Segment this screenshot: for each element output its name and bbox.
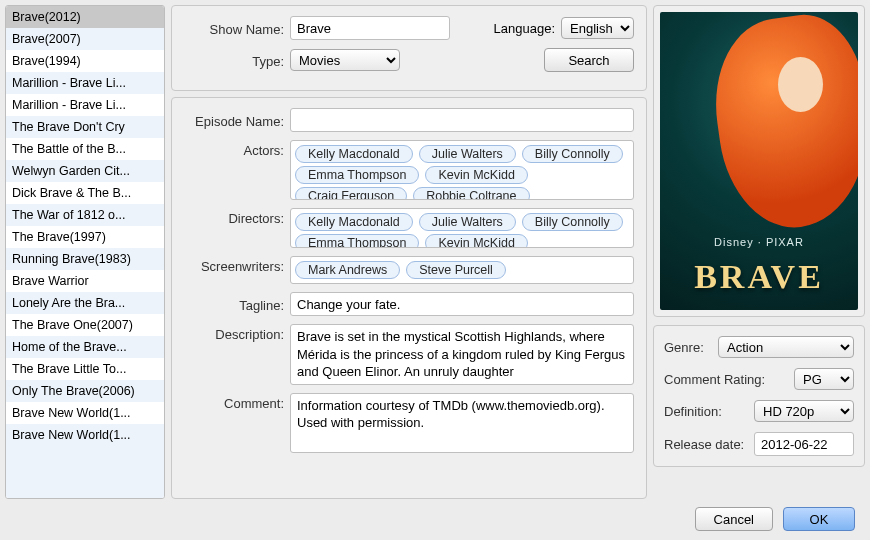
actors-label: Actors: xyxy=(184,140,284,158)
type-label: Type: xyxy=(184,51,284,69)
search-panel: Show Name: Language: English Type: Movie… xyxy=(171,5,647,91)
show-name-input[interactable] xyxy=(290,16,450,40)
meta-panel: Genre: Action Comment Rating: PG Definit… xyxy=(653,325,865,467)
list-item[interactable]: The Brave Don't Cry xyxy=(6,116,164,138)
language-label: Language: xyxy=(494,21,555,36)
actors-box[interactable]: Kelly MacdonaldJulie WaltersBilly Connol… xyxy=(290,140,634,200)
directors-label: Directors: xyxy=(184,208,284,226)
list-item[interactable]: Brave(2012) xyxy=(6,6,164,28)
person-tag[interactable]: Emma Thompson xyxy=(295,234,419,248)
tagline-input[interactable] xyxy=(290,292,634,316)
list-item[interactable]: The Brave Little To... xyxy=(6,358,164,380)
person-tag[interactable]: Emma Thompson xyxy=(295,166,419,184)
screenwriters-label: Screenwriters: xyxy=(184,256,284,274)
person-tag[interactable]: Kevin McKidd xyxy=(425,166,527,184)
type-select[interactable]: Movies xyxy=(290,49,400,71)
poster-panel: Disney · PIXAR BRAVE xyxy=(653,5,865,317)
list-item[interactable]: Brave(1994) xyxy=(6,50,164,72)
person-tag[interactable]: Craig Ferguson xyxy=(295,187,407,200)
definition-label: Definition: xyxy=(664,404,722,419)
show-name-label: Show Name: xyxy=(184,19,284,37)
person-tag[interactable]: Mark Andrews xyxy=(295,261,400,279)
description-textarea[interactable]: Brave is set in the mystical Scottish Hi… xyxy=(290,324,634,385)
directors-box[interactable]: Kelly MacdonaldJulie WaltersBilly Connol… xyxy=(290,208,634,248)
genre-select[interactable]: Action xyxy=(718,336,854,358)
genre-label: Genre: xyxy=(664,340,712,355)
person-tag[interactable]: Julie Walters xyxy=(419,213,516,231)
description-label: Description: xyxy=(184,324,284,342)
episode-name-input[interactable] xyxy=(290,108,634,132)
list-item[interactable]: Dick Brave & The B... xyxy=(6,182,164,204)
poster-image: Disney · PIXAR BRAVE xyxy=(660,12,858,310)
list-item[interactable]: Brave(2007) xyxy=(6,28,164,50)
details-panel: Episode Name: Actors: Kelly MacdonaldJul… xyxy=(171,97,647,499)
comment-rating-select[interactable]: PG xyxy=(794,368,854,390)
person-tag[interactable]: Billy Connolly xyxy=(522,213,623,231)
list-item[interactable]: The Brave(1997) xyxy=(6,226,164,248)
definition-select[interactable]: HD 720p xyxy=(754,400,854,422)
person-tag[interactable]: Kelly Macdonald xyxy=(295,145,413,163)
person-tag[interactable]: Kelly Macdonald xyxy=(295,213,413,231)
results-list[interactable]: Brave(2012)Brave(2007)Brave(1994)Marilli… xyxy=(5,5,165,499)
list-item[interactable]: Brave New World(1... xyxy=(6,424,164,446)
episode-name-label: Episode Name: xyxy=(184,111,284,129)
person-tag[interactable]: Kevin McKidd xyxy=(425,234,527,248)
screenwriters-box[interactable]: Mark AndrewsSteve Purcell xyxy=(290,256,634,284)
list-item[interactable]: Running Brave(1983) xyxy=(6,248,164,270)
poster-title-text: BRAVE xyxy=(660,258,858,296)
list-item[interactable]: Brave Warrior xyxy=(6,270,164,292)
list-item[interactable]: The Battle of the B... xyxy=(6,138,164,160)
list-item[interactable]: The War of 1812 o... xyxy=(6,204,164,226)
person-tag[interactable]: Billy Connolly xyxy=(522,145,623,163)
person-tag[interactable]: Robbie Coltrane xyxy=(413,187,529,200)
person-tag[interactable]: Steve Purcell xyxy=(406,261,506,279)
list-item[interactable]: Marillion - Brave Li... xyxy=(6,72,164,94)
ok-button[interactable]: OK xyxy=(783,507,855,531)
tagline-label: Tagline: xyxy=(184,295,284,313)
language-select[interactable]: English xyxy=(561,17,634,39)
list-item[interactable]: Welwyn Garden Cit... xyxy=(6,160,164,182)
cancel-button[interactable]: Cancel xyxy=(695,507,773,531)
poster-studio-text: Disney · PIXAR xyxy=(660,236,858,248)
comment-label: Comment: xyxy=(184,393,284,411)
list-item[interactable]: Only The Brave(2006) xyxy=(6,380,164,402)
comment-textarea[interactable]: Information courtesy of TMDb (www.themov… xyxy=(290,393,634,454)
list-item[interactable]: Marillion - Brave Li... xyxy=(6,94,164,116)
person-tag[interactable]: Julie Walters xyxy=(419,145,516,163)
list-item[interactable]: Home of the Brave... xyxy=(6,336,164,358)
release-date-label: Release date: xyxy=(664,437,744,452)
search-button[interactable]: Search xyxy=(544,48,634,72)
comment-rating-label: Comment Rating: xyxy=(664,372,765,387)
release-date-input[interactable] xyxy=(754,432,854,456)
list-item[interactable]: The Brave One(2007) xyxy=(6,314,164,336)
list-item[interactable]: Lonely Are the Bra... xyxy=(6,292,164,314)
list-item[interactable]: Brave New World(1... xyxy=(6,402,164,424)
footer: Cancel OK xyxy=(5,499,865,535)
